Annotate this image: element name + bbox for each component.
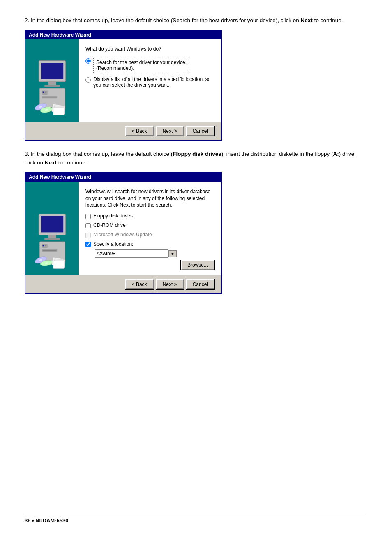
wizard2-right-panel: Windows will search for new drivers in i… xyxy=(79,182,221,275)
wizard2-specify-row: Specify a location: xyxy=(85,241,214,247)
wizard1-question: What do you want Windows to do? xyxy=(85,46,214,52)
svg-rect-16 xyxy=(53,108,64,115)
svg-rect-6 xyxy=(43,92,44,93)
wizard1-right-panel: What do you want Windows to do? Search f… xyxy=(79,39,221,122)
svg-rect-7 xyxy=(45,92,46,93)
wizard1-option1-box: Search for the best driver for your devi… xyxy=(93,58,189,73)
step2-instruction: 2. In the dialog box that comes up, leav… xyxy=(25,16,367,25)
wizard2-left-panel xyxy=(25,182,79,275)
svg-rect-33 xyxy=(53,261,64,269)
wizard2-location-row: ▼ xyxy=(95,249,214,258)
wizard2-winupdate-label: Microsoft Windows Update xyxy=(93,232,152,238)
wizard1-left-panel xyxy=(25,39,79,122)
svg-rect-18 xyxy=(41,216,63,232)
wizard1-options: Search for the best driver for your devi… xyxy=(85,58,214,88)
wizard2-browse-button[interactable]: Browse... xyxy=(181,260,214,270)
svg-rect-9 xyxy=(43,97,57,98)
wizard2-browse-row: Browse... xyxy=(85,260,214,270)
wizard2-back-button[interactable]: < Back xyxy=(125,279,154,289)
wizard1-title: Add New Hardware Wizard xyxy=(29,32,91,38)
wizard2-body: Windows will search for new drivers in i… xyxy=(25,182,221,275)
step3-instruction: 3. In the dialog box that comes up, leav… xyxy=(25,150,367,167)
wizard2-floppy-row: Floppy disk drives xyxy=(85,213,214,219)
wizard2-titlebar: Add New Hardware Wizard xyxy=(25,173,221,182)
wizard1-option2-row: Display a list of all the drivers in a s… xyxy=(85,76,214,88)
wizard1-radio2[interactable] xyxy=(85,77,91,83)
svg-rect-23 xyxy=(43,245,44,247)
wizard2-window: Add New Hardware Wizard xyxy=(25,172,222,294)
wizard2-next-button[interactable]: Next > xyxy=(156,279,184,289)
wizard1-next-button[interactable]: Next > xyxy=(156,126,184,136)
wizard1-footer: < Back Next > Cancel xyxy=(25,122,221,140)
wizard2-dropdown-arrow[interactable]: ▼ xyxy=(168,250,177,257)
svg-rect-1 xyxy=(41,63,63,79)
svg-rect-3 xyxy=(44,85,60,87)
wizard2-winupdate-row: Microsoft Windows Update xyxy=(85,232,214,238)
wizard2-specify-checkbox[interactable] xyxy=(85,242,91,247)
footer-text: 36 • NuDAM-6530 xyxy=(25,517,68,524)
wizard2-cancel-button[interactable]: Cancel xyxy=(186,279,214,289)
wizard1-body: What do you want Windows to do? Search f… xyxy=(25,39,221,122)
wizard1-radio1[interactable] xyxy=(85,58,91,64)
svg-rect-26 xyxy=(43,250,57,251)
wizard1-titlebar: Add New Hardware Wizard xyxy=(25,30,221,39)
wizard1-option2-label: Display a list of all the drivers in a s… xyxy=(93,76,214,88)
svg-rect-19 xyxy=(48,235,56,238)
wizard1-back-button[interactable]: < Back xyxy=(125,126,154,136)
wizard2-specify-label: Specify a location: xyxy=(93,241,133,247)
wizard1-option1-row: Search for the best driver for your devi… xyxy=(85,58,214,73)
wizard1-window: Add New Hardware Wizard xyxy=(25,30,222,141)
wizard2-cdrom-checkbox[interactable] xyxy=(85,223,91,228)
svg-rect-24 xyxy=(45,245,46,247)
computer-illustration xyxy=(30,57,75,118)
wizard2-description: Windows will search for new drivers in i… xyxy=(85,188,214,209)
wizard1-cancel-button[interactable]: Cancel xyxy=(186,126,214,136)
wizard2-footer: < Back Next > Cancel xyxy=(25,275,221,293)
wizard2-location-input[interactable] xyxy=(95,249,168,258)
wizard2-floppy-label: Floppy disk drives xyxy=(93,213,133,219)
wizard2-cdrom-row: CD-ROM drive xyxy=(85,222,214,228)
wizard2-winupdate-checkbox[interactable] xyxy=(85,233,91,238)
svg-rect-20 xyxy=(44,238,60,240)
wizard2-cdrom-label: CD-ROM drive xyxy=(93,222,126,228)
svg-rect-2 xyxy=(48,82,56,85)
computer-illustration-2 xyxy=(30,210,75,272)
wizard2-title: Add New Hardware Wizard xyxy=(29,174,91,180)
wizard2-floppy-checkbox[interactable] xyxy=(85,214,91,219)
page-footer: 36 • NuDAM-6530 xyxy=(25,514,367,524)
